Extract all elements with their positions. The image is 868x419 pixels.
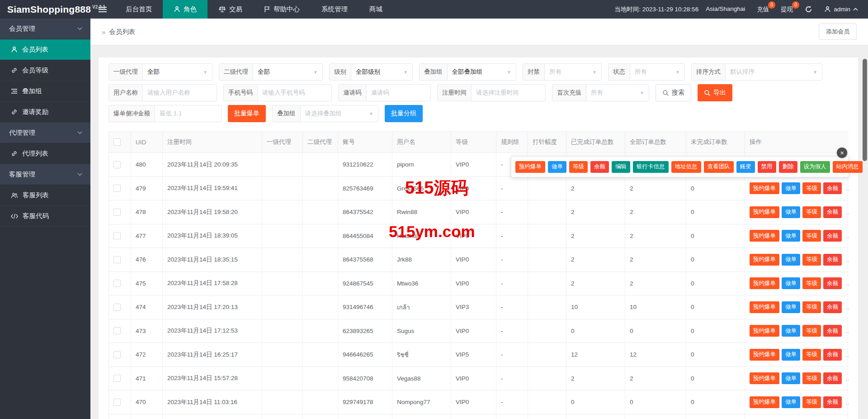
row-checkbox[interactable]	[113, 327, 121, 334]
row-checkbox[interactable]	[113, 161, 121, 168]
scrollbar-track[interactable]	[862, 45, 868, 419]
withdraw-button[interactable]: 提现 0	[781, 5, 793, 14]
row-action-等级[interactable]: 等级	[802, 206, 821, 218]
filter-select-级别[interactable]: 全部级别▼	[351, 64, 412, 80]
row-more-button[interactable]: ...	[845, 327, 849, 334]
add-member-button[interactable]: 添加会员	[819, 24, 857, 40]
row-checkbox[interactable]	[113, 351, 121, 358]
row-action-等级[interactable]: 等级	[802, 396, 821, 408]
popup-action-站内消息[interactable]: 站内消息	[833, 161, 863, 173]
nav-item-系统管理[interactable]: 系统管理	[311, 0, 359, 19]
row-checkbox[interactable]	[113, 209, 121, 216]
filter-select-二级代理[interactable]: 全部▼	[253, 64, 322, 80]
select-all-checkbox[interactable]	[113, 138, 121, 146]
popup-action-做单[interactable]: 做单	[548, 161, 566, 173]
popup-action-账变[interactable]: 账变	[736, 161, 755, 173]
row-more-button[interactable]: ...	[845, 375, 849, 382]
filter-select-封禁[interactable]: 所有▼	[545, 64, 601, 80]
row-action-做单[interactable]: 做单	[782, 349, 800, 361]
search-button[interactable]: 搜索	[656, 84, 691, 101]
row-action-预约爆单[interactable]: 预约爆单	[750, 325, 779, 337]
row-checkbox[interactable]	[113, 304, 121, 311]
row-action-预约爆单[interactable]: 预约爆单	[750, 230, 779, 242]
row-action-等级[interactable]: 等级	[802, 230, 821, 242]
invite-code-input[interactable]: 邀请码	[367, 85, 431, 101]
row-more-button[interactable]: ...	[845, 399, 849, 406]
row-action-等级[interactable]: 等级	[802, 277, 821, 289]
row-action-做单[interactable]: 做单	[782, 325, 800, 337]
nav-item-交易[interactable]: 交易	[208, 0, 253, 19]
sidebar-item-代理列表[interactable]: 代理列表	[0, 143, 90, 164]
row-checkbox[interactable]	[113, 375, 121, 382]
row-more-button[interactable]: ...	[845, 304, 849, 311]
row-action-余额[interactable]: 余额	[823, 277, 842, 289]
row-action-做单[interactable]: 做单	[782, 230, 800, 242]
row-action-余额[interactable]: 余额	[823, 230, 842, 242]
row-checkbox[interactable]	[113, 232, 121, 239]
popup-action-预约爆单[interactable]: 预约爆单	[515, 161, 545, 173]
row-action-预约爆单[interactable]: 预约爆单	[750, 349, 779, 361]
batch-group-button[interactable]: 批量分组	[385, 105, 423, 122]
row-action-做单[interactable]: 做单	[782, 372, 800, 384]
sidebar-item-代理管理[interactable]: 代理管理	[0, 123, 90, 143]
scrollbar-thumb[interactable]	[863, 59, 867, 161]
row-action-等级[interactable]: 等级	[802, 325, 821, 337]
row-action-余额[interactable]: 余额	[823, 182, 842, 194]
reg-time-input[interactable]: 请选择注册时间	[472, 85, 545, 101]
row-action-预约爆单[interactable]: 预约爆单	[750, 206, 779, 218]
overlay-group-select[interactable]: 请选择叠加组 ▼	[301, 105, 378, 122]
popup-action-等级[interactable]: 等级	[569, 161, 588, 173]
row-action-预约爆单[interactable]: 预约爆单	[750, 396, 779, 408]
sidebar-item-客服管理[interactable]: 客服管理	[0, 164, 90, 185]
refresh-icon[interactable]	[805, 5, 812, 13]
nav-item-后台首页[interactable]: 后台首页	[115, 0, 163, 19]
sidebar-item-会员等级[interactable]: 会员等级	[0, 60, 90, 81]
row-action-余额[interactable]: 余额	[823, 301, 842, 313]
username-input[interactable]: 请输入用户名称	[143, 85, 217, 101]
row-action-余额[interactable]: 余额	[823, 396, 842, 408]
batch-burst-button[interactable]: 批量爆单	[228, 105, 266, 122]
row-action-等级[interactable]: 等级	[802, 349, 821, 361]
row-action-等级[interactable]: 等级	[802, 182, 821, 194]
row-more-button[interactable]: ...	[845, 351, 849, 358]
popup-action-余额[interactable]: 余额	[590, 161, 609, 173]
sidebar-item-邀请奖励[interactable]: 邀请奖励	[0, 102, 90, 123]
row-action-等级[interactable]: 等级	[802, 301, 821, 313]
row-action-余额[interactable]: 余额	[823, 206, 842, 218]
row-action-余额[interactable]: 余额	[823, 349, 842, 361]
popup-action-禁用[interactable]: 禁用	[758, 161, 776, 173]
row-action-预约爆单[interactable]: 预约爆单	[750, 301, 779, 313]
row-action-等级[interactable]: 等级	[802, 254, 821, 266]
row-action-做单[interactable]: 做单	[782, 396, 800, 408]
nav-item-帮助中心[interactable]: 帮助中心	[253, 0, 311, 19]
row-action-做单[interactable]: 做单	[782, 254, 800, 266]
row-action-余额[interactable]: 余额	[823, 372, 842, 384]
row-action-做单[interactable]: 做单	[782, 182, 800, 194]
admin-menu-button[interactable]: admin	[824, 6, 858, 13]
burst-amount-input[interactable]: 最低 1.1	[155, 105, 221, 122]
row-action-做单[interactable]: 做单	[782, 277, 800, 289]
popup-action-银行卡信息[interactable]: 银行卡信息	[633, 161, 669, 173]
nav-item-商城[interactable]: 商城	[359, 0, 393, 19]
sidebar-item-会员管理[interactable]: 会员管理	[0, 19, 90, 39]
row-action-余额[interactable]: 余额	[823, 325, 842, 337]
filter-select-状态[interactable]: 所有▼	[630, 64, 684, 80]
row-more-button[interactable]: ...	[845, 185, 849, 192]
filter-select-叠加组[interactable]: 全部叠加组▼	[448, 64, 516, 80]
row-action-做单[interactable]: 做单	[782, 206, 800, 218]
filter-select-排序方式[interactable]: 默认排序▼	[726, 64, 822, 80]
recharge-button[interactable]: 充值 0	[757, 5, 769, 14]
export-button[interactable]: 导出	[698, 84, 732, 101]
row-more-button[interactable]: ...	[845, 256, 849, 263]
row-action-预约爆单[interactable]: 预约爆单	[750, 254, 779, 266]
popup-action-编辑[interactable]: 编辑	[612, 161, 630, 173]
row-checkbox[interactable]	[113, 185, 121, 192]
sidebar-item-客服代码[interactable]: 客服代码	[0, 206, 90, 227]
row-checkbox[interactable]	[113, 256, 121, 263]
popup-action-地址信息[interactable]: 地址信息	[671, 161, 701, 173]
row-action-余额[interactable]: 余额	[823, 254, 842, 266]
popup-action-删除[interactable]: 删除	[779, 161, 797, 173]
row-checkbox[interactable]	[113, 280, 121, 287]
sidebar-item-客服列表[interactable]: 客服列表	[0, 185, 90, 206]
sidebar-item-会员列表[interactable]: 会员列表	[0, 39, 90, 60]
